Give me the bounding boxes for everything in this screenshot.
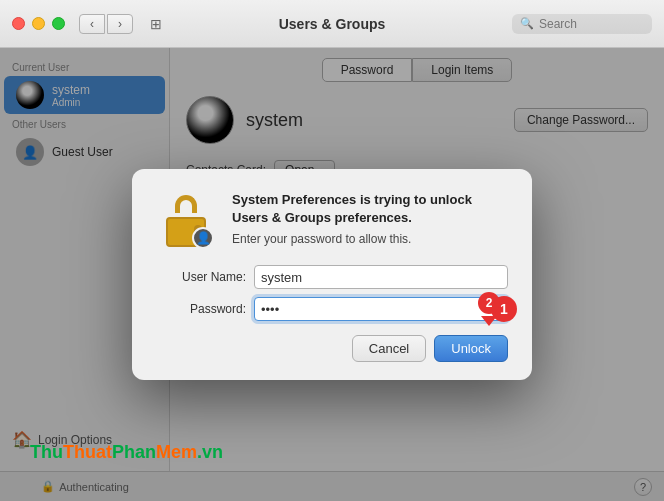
- search-input[interactable]: [539, 17, 639, 31]
- watermark-vn: .vn: [197, 442, 223, 462]
- watermark: ThuThuatPhanMem.vn: [30, 442, 223, 463]
- watermark-thuat: Thuat: [63, 442, 112, 462]
- password-label: Password:: [156, 302, 246, 316]
- watermark-mem: Mem: [156, 442, 197, 462]
- lock-user-badge: 👤: [192, 227, 214, 249]
- back-button[interactable]: ‹: [79, 14, 105, 34]
- nav-buttons: ‹ ›: [79, 14, 133, 34]
- dialog-title: System Preferences is trying to unlock U…: [232, 191, 508, 227]
- titlebar: ‹ › ⊞ Users & Groups 🔍: [0, 0, 664, 48]
- app-grid-button[interactable]: ⊞: [143, 14, 169, 34]
- lock-shackle: [175, 195, 197, 213]
- username-label: User Name:: [156, 270, 246, 284]
- window-title: Users & Groups: [279, 16, 386, 32]
- dialog-form: User Name: Password: 1 2: [156, 265, 508, 321]
- dialog-description: Enter your password to allow this.: [232, 232, 508, 246]
- forward-button[interactable]: ›: [107, 14, 133, 34]
- lock-icon-container: 👤: [156, 191, 216, 251]
- minimize-button[interactable]: [32, 17, 45, 30]
- username-row: User Name:: [156, 265, 508, 289]
- unlock-button[interactable]: Unlock: [434, 335, 508, 362]
- step-2-badge: 2: [478, 292, 500, 314]
- dialog-text: System Preferences is trying to unlock U…: [232, 191, 508, 246]
- search-icon: 🔍: [520, 17, 534, 30]
- watermark-thu: Thu: [30, 442, 63, 462]
- arrow-down-container: 2: [478, 292, 500, 326]
- watermark-phan: Phan: [112, 442, 156, 462]
- search-bar[interactable]: 🔍: [512, 14, 652, 34]
- password-input[interactable]: [254, 297, 508, 321]
- main-content: Current User system Admin Other Users 👤 …: [0, 48, 664, 501]
- close-button[interactable]: [12, 17, 25, 30]
- auth-dialog: 👤 System Preferences is trying to unlock…: [132, 169, 532, 380]
- maximize-button[interactable]: [52, 17, 65, 30]
- dialog-header: 👤 System Preferences is trying to unlock…: [156, 191, 508, 251]
- dialog-buttons: Cancel Unlock: [156, 335, 508, 362]
- arrow-down-icon: [481, 316, 497, 326]
- password-row: Password: 1 2: [156, 297, 508, 321]
- traffic-lights: [12, 17, 65, 30]
- dialog-overlay: 👤 System Preferences is trying to unlock…: [0, 48, 664, 501]
- username-input[interactable]: [254, 265, 508, 289]
- cancel-button[interactable]: Cancel: [352, 335, 426, 362]
